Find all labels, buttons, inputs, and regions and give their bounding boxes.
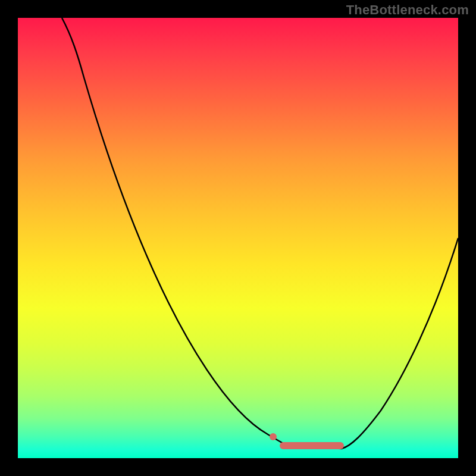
plot-background-gradient <box>18 18 458 458</box>
watermark-text: TheBottleneck.com <box>346 2 469 18</box>
plot-frame <box>18 18 458 458</box>
